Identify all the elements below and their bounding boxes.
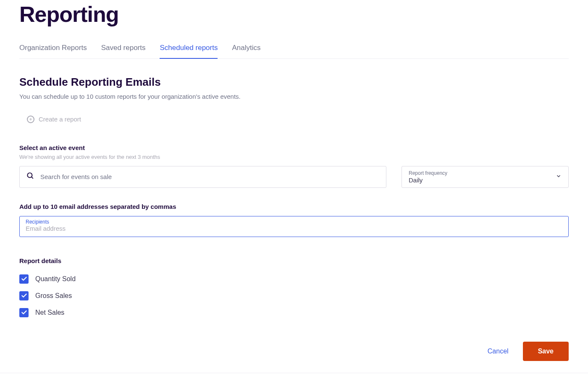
divider xyxy=(0,373,588,373)
tabs-nav: Organization Reports Saved reports Sched… xyxy=(19,39,569,59)
frequency-label: Report frequency xyxy=(409,170,447,176)
plus-circle-icon: + xyxy=(27,116,34,123)
recipients-section: Add up to 10 email addresses separated b… xyxy=(19,203,569,237)
cancel-button[interactable]: Cancel xyxy=(488,348,509,355)
recipients-input-box[interactable]: Recipients xyxy=(19,216,569,237)
checkbox-label: Net Sales xyxy=(35,309,64,316)
recipients-floating-label: Recipients xyxy=(26,219,562,225)
tab-organization-reports[interactable]: Organization Reports xyxy=(19,39,87,58)
checkbox-net-sales[interactable]: Net Sales xyxy=(19,308,569,317)
tab-saved-reports[interactable]: Saved reports xyxy=(101,39,146,58)
checkbox-gross-sales[interactable]: Gross Sales xyxy=(19,291,569,300)
report-frequency-select[interactable]: Report frequency Daily xyxy=(402,166,569,188)
create-report-button[interactable]: + Create a report xyxy=(27,116,81,123)
tab-scheduled-reports[interactable]: Scheduled reports xyxy=(160,39,218,59)
report-details-section: Report details Quantity Sold Gross Sales… xyxy=(19,257,569,317)
form-actions: Cancel Save xyxy=(19,342,569,361)
checkbox-icon xyxy=(19,291,29,300)
tab-analytics[interactable]: Analytics xyxy=(232,39,260,58)
checkbox-label: Quantity Sold xyxy=(35,275,76,283)
checkbox-label: Gross Sales xyxy=(35,292,72,300)
checkbox-icon xyxy=(19,274,29,284)
frequency-value: Daily xyxy=(409,177,447,184)
schedule-subtext: You can schedule up to 10 custom reports… xyxy=(19,93,569,100)
svg-point-0 xyxy=(27,173,32,177)
event-search-box[interactable] xyxy=(19,166,386,188)
report-details-heading: Report details xyxy=(19,257,569,264)
recipients-section-label: Add up to 10 email addresses separated b… xyxy=(19,203,569,210)
create-report-label: Create a report xyxy=(39,116,81,123)
schedule-heading: Schedule Reporting Emails xyxy=(19,76,569,89)
save-button[interactable]: Save xyxy=(523,342,569,361)
event-search-input[interactable] xyxy=(40,173,379,180)
events-section: Select an active event We're showing all… xyxy=(19,144,569,188)
search-icon xyxy=(26,172,34,182)
checkbox-icon xyxy=(19,308,29,317)
checkbox-quantity-sold[interactable]: Quantity Sold xyxy=(19,274,569,284)
svg-line-1 xyxy=(32,177,33,179)
events-hint: We're showing all your active events for… xyxy=(19,154,569,160)
page-title: Reporting xyxy=(19,2,569,27)
recipients-input[interactable] xyxy=(26,225,562,232)
chevron-down-icon xyxy=(556,173,562,181)
events-label: Select an active event xyxy=(19,144,569,151)
